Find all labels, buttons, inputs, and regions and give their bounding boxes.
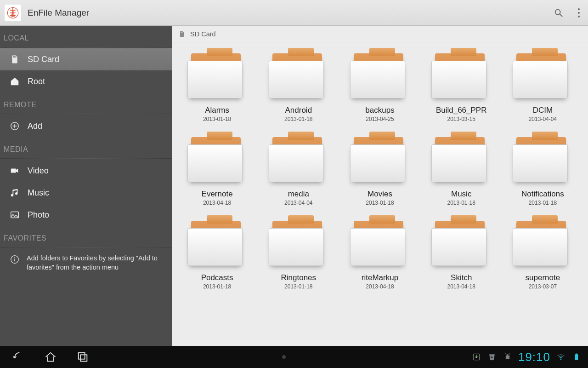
folder-date: 2013-03-15 bbox=[447, 116, 475, 122]
svg-point-12 bbox=[506, 355, 507, 356]
folder-item[interactable]: media 2013-04-04 bbox=[258, 134, 339, 206]
folder-name: Evernote bbox=[202, 190, 233, 199]
home-icon bbox=[9, 76, 20, 87]
folder-date: 2013-04-25 bbox=[366, 116, 394, 122]
folder-date: 2013-03-07 bbox=[529, 283, 557, 290]
overflow-menu-icon[interactable] bbox=[570, 2, 588, 24]
folder-item[interactable]: Movies 2013-01-18 bbox=[339, 134, 420, 206]
folder-name: Android bbox=[285, 106, 312, 115]
svg-point-1 bbox=[555, 9, 560, 14]
folder-icon bbox=[350, 134, 410, 185]
folder-name: Movies bbox=[368, 190, 392, 199]
folder-icon bbox=[269, 51, 328, 101]
svg-point-13 bbox=[508, 355, 509, 356]
folder-name: Alarms bbox=[205, 106, 229, 115]
sidebar-header-favorites: FAVORITES bbox=[0, 226, 172, 246]
photo-icon bbox=[9, 209, 20, 220]
breadcrumb[interactable]: SD Card bbox=[172, 26, 588, 42]
divider bbox=[0, 114, 172, 114]
breadcrumb-label: SD Card bbox=[190, 30, 216, 38]
svg-line-2 bbox=[560, 14, 563, 17]
download-tray-icon bbox=[471, 352, 481, 362]
nav-recent-button[interactable] bbox=[69, 346, 96, 368]
folder-date: 2013-04-18 bbox=[203, 200, 231, 206]
main-panel: SD Card Alarms 2013-01-18 Android 2013-0… bbox=[172, 26, 588, 346]
folder-date: 2013-04-18 bbox=[366, 283, 394, 290]
play-store-tray-icon bbox=[487, 352, 497, 362]
sidebar-item-label: Root bbox=[28, 77, 45, 86]
svg-rect-16 bbox=[576, 354, 577, 355]
sidebar-header-remote: REMOTE bbox=[0, 92, 172, 113]
nav-home-button[interactable] bbox=[37, 346, 64, 368]
divider bbox=[0, 247, 172, 247]
sidebar-item-photo[interactable]: Photo bbox=[0, 204, 172, 226]
folder-icon bbox=[269, 134, 328, 185]
folder-name: backups bbox=[365, 106, 394, 115]
action-bar: EnFile Manager bbox=[0, 0, 588, 26]
svg-point-14 bbox=[560, 359, 562, 360]
clock: 19:10 bbox=[518, 350, 550, 364]
system-tray[interactable]: 19:10 bbox=[471, 350, 588, 364]
folder-item[interactable]: DCIM 2013-04-04 bbox=[502, 51, 583, 122]
folder-item[interactable]: Alarms 2013-01-18 bbox=[176, 51, 258, 122]
svg-point-7 bbox=[14, 257, 15, 258]
folder-item[interactable]: Podcasts 2013-01-18 bbox=[176, 218, 258, 290]
wifi-tray-icon bbox=[556, 352, 566, 362]
search-icon[interactable] bbox=[548, 2, 570, 24]
folder-name: Skitch bbox=[451, 273, 472, 282]
sidebar-item-video[interactable]: Video bbox=[0, 160, 172, 182]
folder-icon bbox=[269, 218, 328, 269]
folder-name: Notifications bbox=[521, 190, 564, 199]
folder-date: 2013-01-18 bbox=[284, 283, 312, 290]
divider bbox=[0, 158, 172, 159]
folder-date: 2013-01-18 bbox=[284, 116, 312, 122]
folder-icon bbox=[431, 218, 491, 269]
folder-name: riteMarkup bbox=[362, 273, 398, 282]
sidebar-item-music[interactable]: Music bbox=[0, 182, 172, 204]
sidebar-item-label: Add bbox=[28, 121, 42, 131]
folder-date: 2013-01-18 bbox=[203, 116, 231, 122]
sidebar-item-sdcard[interactable]: SD Card bbox=[0, 48, 172, 70]
folder-icon bbox=[513, 51, 572, 101]
svg-rect-15 bbox=[575, 354, 578, 360]
divider bbox=[0, 47, 172, 47]
notification-dot-icon[interactable] bbox=[282, 355, 286, 359]
folder-name: DCIM bbox=[533, 106, 553, 115]
folder-date: 2013-01-18 bbox=[529, 200, 557, 206]
sidebar: LOCAL SD Card Root REMOTE Add MEDIA Vide… bbox=[0, 26, 172, 346]
folder-item[interactable]: Build_66_PPR 2013-03-15 bbox=[421, 51, 502, 122]
folder-name: supernote bbox=[526, 273, 560, 282]
folder-name: Podcasts bbox=[201, 273, 233, 282]
folder-date: 2013-01-18 bbox=[203, 283, 231, 290]
folder-icon bbox=[187, 51, 247, 101]
plus-circle-icon bbox=[9, 121, 20, 132]
folder-grid-wrap: Alarms 2013-01-18 Android 2013-01-18 bac… bbox=[172, 42, 588, 346]
folder-item[interactable]: supernote 2013-03-07 bbox=[502, 218, 583, 290]
folder-icon bbox=[431, 134, 491, 185]
sidebar-item-root[interactable]: Root bbox=[0, 70, 172, 92]
folder-date: 2013-04-04 bbox=[284, 200, 312, 206]
nav-back-button[interactable] bbox=[5, 346, 32, 368]
music-note-icon bbox=[9, 187, 20, 198]
folder-name: media bbox=[288, 190, 309, 199]
folder-item[interactable]: Evernote 2013-04-18 bbox=[176, 134, 258, 206]
sidebar-header-media: MEDIA bbox=[0, 137, 172, 157]
folder-item[interactable]: Music 2013-01-18 bbox=[421, 134, 502, 206]
folder-item[interactable]: backups 2013-04-25 bbox=[339, 51, 420, 122]
info-icon bbox=[9, 254, 20, 265]
system-nav-bar: 19:10 bbox=[0, 346, 588, 368]
folder-icon bbox=[187, 134, 247, 185]
sidebar-item-add-remote[interactable]: Add bbox=[0, 115, 172, 137]
folder-item[interactable]: riteMarkup 2013-04-18 bbox=[339, 218, 420, 290]
folder-icon bbox=[431, 51, 491, 101]
folder-item[interactable]: Android 2013-01-18 bbox=[258, 51, 339, 122]
folder-name: Ringtones bbox=[281, 273, 317, 282]
folder-icon bbox=[350, 218, 410, 269]
app-title: EnFile Manager bbox=[28, 8, 89, 18]
svg-rect-8 bbox=[14, 259, 15, 262]
folder-name: Music bbox=[451, 190, 471, 199]
folder-icon bbox=[350, 51, 410, 101]
folder-item[interactable]: Notifications 2013-01-18 bbox=[502, 134, 583, 206]
folder-item[interactable]: Skitch 2013-04-18 bbox=[421, 218, 502, 290]
folder-item[interactable]: Ringtones 2013-01-18 bbox=[258, 218, 339, 290]
